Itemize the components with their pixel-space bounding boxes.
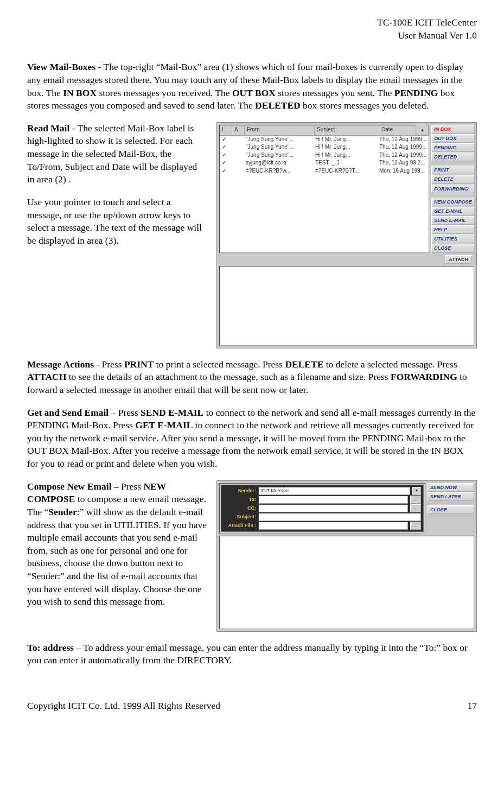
btn-print[interactable]: PRINT	[431, 166, 475, 174]
cc-browse-button[interactable]: ...	[410, 504, 421, 512]
label-attach: Attach File :	[224, 522, 256, 529]
mail-body-area[interactable]	[219, 266, 474, 346]
para-view-mailboxes: View Mail-Boxes - The top-right “Mail-Bo…	[27, 61, 477, 112]
cell-from: "Jung Sung Yune"...	[244, 136, 313, 143]
btn-out-box[interactable]: OUT BOX	[431, 134, 475, 143]
mail-sidebar: IN BOX OUT BOX PENDING DELETED PRINT DEL…	[431, 125, 475, 253]
mail-list-row[interactable]: ✓=?EUC-KR?B?w...=?EUC-KR?B?T...Mon, 16 A…	[220, 167, 429, 175]
attach-browse-button[interactable]: ...	[410, 522, 421, 530]
sender-dropdown-icon[interactable]: ▾	[412, 487, 421, 495]
input-sender[interactable]: ICIT Mr.Yoon	[258, 487, 410, 495]
btn-deleted[interactable]: DELETED	[431, 153, 475, 161]
input-subject[interactable]	[258, 513, 421, 521]
header-line2: User Manual Ver 1.0	[27, 29, 477, 42]
label-to: To:	[224, 496, 256, 503]
page-header: TC-100E ICIT TeleCenter User Manual Ver …	[27, 16, 477, 42]
check-icon: ✓	[220, 167, 232, 175]
col-from[interactable]: From	[245, 125, 315, 135]
para-to-address: To: address – To address your email mess…	[27, 642, 477, 667]
footer-page-number: 17	[468, 700, 477, 713]
cell-date: Thu, 12 Aug 99 2...	[377, 159, 429, 167]
mail-list-row[interactable]: ✓"Jung Sung Yune"...Hi ! Mr. Jung...Thu,…	[220, 143, 429, 151]
para-get-send-email: Get and Send Email – Press SEND E-MAIL t…	[27, 407, 477, 471]
compose-body-area[interactable]	[219, 536, 474, 629]
scroll-up-icon[interactable]: ▴	[416, 125, 429, 135]
col-a[interactable]: A	[232, 125, 245, 135]
input-attach[interactable]	[258, 522, 408, 530]
btn-send-later[interactable]: SEND LATER	[428, 492, 474, 501]
btn-pending[interactable]: PENDING	[431, 143, 475, 152]
col-date[interactable]: Date	[379, 125, 416, 135]
screenshot-mail-viewer: I A From Subject Date ▴ ✓"Jung Sung Yune…	[216, 122, 477, 348]
lead: View Mail-Boxes	[27, 61, 98, 72]
label-cc: CC:	[224, 505, 256, 511]
cell-from: "Jung Sung Yune"...	[244, 143, 313, 151]
cell-subject: Hi ! Mr. Jung...	[313, 136, 377, 143]
label-subject: Subject:	[224, 513, 256, 520]
btn-forwarding[interactable]: FORWARDING	[431, 185, 475, 193]
cell-subject: Hi ! Mr. Jung...	[313, 151, 377, 159]
cell-subject: TEST ._ 3	[313, 159, 377, 167]
mail-list-row[interactable]: ✓syjung@icit.co.krTEST ._ 3Thu, 12 Aug 9…	[220, 159, 429, 167]
mail-list-header: I A From Subject Date ▴	[220, 125, 429, 136]
col-i[interactable]: I	[220, 125, 232, 135]
input-cc[interactable]	[258, 504, 408, 512]
input-to[interactable]	[258, 496, 408, 504]
btn-new-compose[interactable]: NEW COMPOSE	[431, 198, 475, 206]
btn-in-box[interactable]: IN BOX	[431, 125, 475, 134]
mail-list: I A From Subject Date ▴ ✓"Jung Sung Yune…	[219, 125, 429, 253]
cell-date: Thu, 12 Aug 1999...	[377, 136, 429, 143]
label-sender: Sender:	[224, 487, 256, 494]
cell-from: syjung@icit.co.kr	[244, 159, 313, 167]
btn-utilities[interactable]: UTILITIES	[431, 234, 475, 243]
cell-subject: =?EUC-KR?B?T...	[313, 167, 377, 175]
cell-date: Thu, 12 Aug 1999...	[377, 143, 429, 151]
cell-from: =?EUC-KR?B?w...	[244, 167, 313, 175]
btn-help[interactable]: HELP	[431, 225, 475, 234]
mail-list-row[interactable]: ✓"Jung Sung Yune"...Hi ! Mr. Jung...Thu,…	[220, 151, 429, 160]
cell-date: Mon, 16 Aug 199...	[377, 167, 429, 175]
header-line1: TC-100E ICIT TeleCenter	[27, 16, 477, 29]
btn-close[interactable]: CLOSE	[431, 244, 475, 252]
compose-form: Sender: ICIT Mr.Yoon ▾ To: ... CC: ...	[219, 483, 425, 534]
btn-send-email[interactable]: SEND E-MAIL	[431, 216, 475, 225]
compose-sidebar: SEND NOW SEND LATER CLOSE	[428, 483, 474, 534]
screenshot-compose: Sender: ICIT Mr.Yoon ▾ To: ... CC: ...	[216, 480, 477, 632]
btn-delete[interactable]: DELETE	[431, 175, 475, 183]
btn-attach[interactable]: ATTACH	[445, 255, 472, 264]
cell-from: "Jung Sung Yune"...	[244, 151, 313, 159]
para-message-actions: Message Actions - Press PRINT to print a…	[27, 358, 477, 397]
check-icon: ✓	[220, 159, 232, 167]
para-compose-new-email: Compose New Email – Press NEW COMPOSE to…	[27, 480, 207, 608]
para-read-mail: Read Mail - The selected Mail-Box label …	[27, 122, 207, 186]
cell-date: Thu, 12 Aug 1999...	[377, 151, 429, 159]
mail-list-row[interactable]: ✓"Jung Sung Yune"...Hi ! Mr. Jung...Thu,…	[220, 136, 429, 144]
check-icon: ✓	[220, 136, 232, 143]
cell-subject: Hi ! Mr. Jung...	[313, 143, 377, 151]
check-icon: ✓	[220, 151, 232, 159]
btn-send-now[interactable]: SEND NOW	[428, 483, 474, 492]
btn-get-email[interactable]: GET E-MAIL	[431, 207, 475, 215]
to-browse-button[interactable]: ...	[410, 496, 421, 504]
btn-compose-close[interactable]: CLOSE	[428, 505, 474, 514]
para-read-mail-2: Use your pointer to touch and select a m…	[27, 196, 207, 248]
footer-copyright: Copyright ICIT Co. Ltd. 1999 All Rights …	[27, 700, 220, 713]
page-footer: Copyright ICIT Co. Ltd. 1999 All Rights …	[27, 700, 477, 713]
check-icon: ✓	[220, 143, 232, 151]
col-subject[interactable]: Subject	[315, 125, 379, 135]
